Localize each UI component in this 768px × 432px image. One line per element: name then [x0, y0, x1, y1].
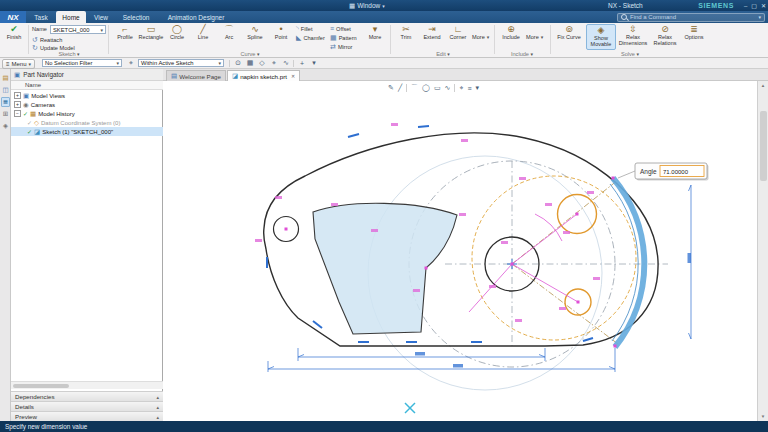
edit-group-label[interactable]: Edit ▾ [394, 51, 492, 57]
chamfer-button[interactable]: ◣ Chamfer [296, 34, 325, 42]
fix-curve-button[interactable]: ⊚ Fix Curve [554, 24, 584, 50]
shaded-sketch-region[interactable] [313, 203, 457, 334]
tab-animation-designer[interactable]: Animation Designer [158, 11, 234, 23]
scroll-up-arrow[interactable]: ▲ [758, 81, 768, 90]
selection-filter-combo[interactable]: No Selection Filter ▾ [42, 59, 122, 67]
profile-button[interactable]: ⌐ Profile [112, 24, 138, 50]
grid-display-icon[interactable]: ▦ [245, 59, 255, 67]
maximize-button[interactable]: ▢ [751, 2, 757, 10]
expand-icon[interactable]: + [14, 92, 21, 99]
reuse-library-icon[interactable]: ⊞ [1, 109, 10, 119]
include-more-button[interactable]: More ▾ [526, 34, 543, 40]
scrollbar-thumb[interactable] [760, 111, 767, 181]
graphics-window[interactable]: ✎ ╱ ⌒ ◯ ▭ ∿ ⌖ ≡ ▾ [163, 81, 757, 421]
dimension-value-mark[interactable] [453, 364, 463, 368]
reference-circle-orange-dashed[interactable] [472, 176, 636, 340]
tree-item-sketch[interactable]: ✓ ◪ Sketch (1) "SKETCH_000" [11, 127, 163, 136]
chevron-down-icon: ▾ [541, 34, 544, 40]
preview-section[interactable]: Preview ▴ [11, 411, 163, 421]
command-search[interactable]: ▾ [617, 13, 765, 22]
minimize-button[interactable]: – [744, 2, 747, 10]
angle-value[interactable]: 71.00000 [663, 169, 689, 175]
curve-group-label[interactable]: Curve ▾ [112, 51, 388, 57]
tab-selection[interactable]: Selection [116, 11, 156, 23]
line-button[interactable]: ╱ Line [190, 24, 216, 50]
tree-item-datum-csys[interactable]: ✓ ◇ Datum Coordinate System (0) [11, 118, 163, 127]
more-filters-icon[interactable]: ▾ [309, 59, 319, 67]
offset-button[interactable]: ≡ Offset [330, 25, 351, 33]
tree-item-cameras[interactable]: + ◉ Cameras [11, 100, 163, 109]
tab-view[interactable]: View [88, 11, 114, 23]
window-menu[interactable]: ▦ Window ▾ [349, 2, 385, 10]
navigator-horizontal-scrollbar[interactable] [11, 381, 163, 389]
scroll-down-arrow[interactable]: ▼ [758, 412, 768, 421]
spline-button[interactable]: ∿ Spline [242, 24, 268, 50]
fillet-button[interactable]: ◝ Fillet [296, 25, 313, 33]
show-movable-button[interactable]: ◈ Show Movable [586, 24, 616, 50]
name-column-header[interactable]: Name [11, 81, 163, 90]
selection-scope-combo[interactable]: Within Active Sketch ▾ [138, 59, 224, 67]
point-button[interactable]: • Point [268, 24, 294, 50]
tree-item-model-views[interactable]: + ▣ Model Views [11, 91, 163, 100]
selected-arc-highlight[interactable] [613, 178, 644, 347]
datum-csys-icon: ◇ [34, 119, 39, 127]
search-input[interactable] [630, 14, 755, 20]
part-navigator-icon[interactable]: ≣ [1, 97, 10, 107]
details-section[interactable]: Details ▴ [11, 401, 163, 411]
curve-more-button[interactable]: ▾ More [364, 24, 386, 50]
edit-more-button[interactable]: More ▾ [472, 34, 489, 40]
angle-input-callout[interactable]: Angle 71.00000 [618, 163, 709, 181]
include-button[interactable]: ⊕ Include [498, 24, 524, 50]
create-inferred-icon[interactable]: + [297, 59, 307, 67]
pattern-button[interactable]: ▦ Pattern [330, 34, 357, 42]
solve-group-label[interactable]: Solve ▾ [554, 51, 706, 57]
dimension-value-mark[interactable] [415, 352, 425, 356]
reattach-button[interactable]: ↺ Reattach [32, 36, 62, 44]
origin-marker[interactable] [405, 403, 415, 413]
expand-icon[interactable]: + [14, 101, 21, 108]
curve-filter-icon[interactable]: ∿ [281, 59, 291, 67]
dependencies-section[interactable]: Dependencies ▴ [11, 391, 163, 401]
extend-button[interactable]: ⇥ Extend [420, 24, 444, 50]
tab-home[interactable]: Home [56, 11, 86, 23]
tab-task[interactable]: Task [28, 11, 54, 23]
assembly-navigator-icon[interactable]: ▤ [1, 73, 10, 83]
trim-button[interactable]: ✂ Trim [394, 24, 418, 50]
snap-point-icon[interactable]: ⊙ [233, 59, 243, 67]
sketch-name-combo[interactable]: SKETCH_000 ▾ [50, 25, 106, 34]
selection-target-icon[interactable]: ⌖ [126, 59, 136, 67]
rectangle-button[interactable]: ▭ Rectangle [138, 24, 164, 50]
relax-relations-button[interactable]: ⊘ Relax Relations [650, 24, 680, 50]
circle-button[interactable]: ◯ Circle [164, 24, 190, 50]
canvas-vertical-scrollbar[interactable]: ▲ ▼ [757, 81, 768, 421]
status-message: Specify new dimension value [5, 423, 87, 430]
tab-welcome-page[interactable]: ▤ Welcome Page [166, 70, 226, 81]
history-palette-icon[interactable]: ◈ [1, 121, 10, 131]
point-filter-icon[interactable]: ⌖ [269, 59, 279, 67]
collapse-icon[interactable]: − [14, 110, 21, 117]
close-tab-icon[interactable]: ✕ [291, 73, 295, 79]
search-dropdown-icon[interactable]: ▾ [758, 14, 761, 20]
sketch-drawing[interactable]: Angle 71.00000 [163, 81, 757, 421]
sketch-group-label[interactable]: Sketch ▾ [32, 51, 106, 57]
dimension-value-mark[interactable] [688, 253, 692, 263]
options-button[interactable]: ≣ Options [682, 24, 706, 50]
finish-sketch-button[interactable]: ✔ Finish [2, 24, 26, 50]
datum-filter-icon[interactable]: ◇ [257, 59, 267, 67]
tab-napkin-sketch[interactable]: ◪ napkin sketch.prt ✕ [227, 70, 300, 81]
part-navigator-header[interactable]: ▣ Part Navigator [11, 69, 163, 81]
ribbon: ✔ Finish Name SKETCH_000 ▾ ↺ Reattach ↻ … [0, 23, 768, 58]
magenta-radial-line[interactable] [512, 264, 578, 302]
menu-button[interactable]: ≡ Menu ▾ [2, 59, 35, 69]
search-icon [621, 14, 627, 20]
group-separator [494, 25, 495, 54]
arc-button[interactable]: ⌒ Arc [216, 24, 242, 50]
close-button[interactable]: ✕ [761, 2, 766, 10]
constraint-navigator-icon[interactable]: ◫ [1, 85, 10, 95]
tree-item-model-history[interactable]: − ✓ ▦ Model History [11, 109, 163, 118]
relax-dimensions-button[interactable]: ⇳ Relax Dimensions [618, 24, 648, 50]
corner-button[interactable]: ∟ Corner [446, 24, 470, 50]
nx-logo[interactable]: NX [0, 11, 26, 23]
scrollbar-thumb[interactable] [13, 384, 69, 389]
include-group-label[interactable]: Include ▾ [498, 51, 546, 57]
